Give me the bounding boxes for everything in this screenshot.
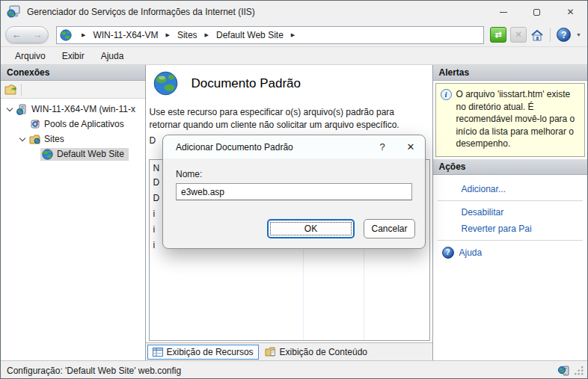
menu-bar: Arquivo Exibir Ajuda <box>1 47 587 65</box>
dialog-buttons: OK Cancelar <box>267 219 415 238</box>
toolbar-separator <box>550 28 551 42</box>
refresh-icon: ⇄ <box>494 30 501 40</box>
info-icon: i <box>441 89 452 100</box>
tree-item-label: WIN-11-X64-VM (win-11-x <box>31 104 135 114</box>
help-icon: ? <box>442 247 454 259</box>
feature-globe-icon <box>153 71 178 96</box>
menu-ajuda[interactable]: Ajuda <box>93 49 132 64</box>
minimize-icon <box>500 12 507 13</box>
actions-panel: Alertas i O arquivo 'iisstart.htm' exist… <box>432 65 587 360</box>
dialog-close-button[interactable]: ✕ <box>396 136 425 158</box>
toolbar-separator <box>21 84 22 96</box>
action-label: Ajuda <box>459 247 483 258</box>
breadcrumb-arrow-icon: ▶ <box>199 32 215 38</box>
back-button[interactable]: ← <box>12 30 22 40</box>
breadcrumb-server[interactable]: WIN-11-X64-VM <box>91 30 159 40</box>
help-dropdown-caret[interactable]: ▼ <box>576 32 581 37</box>
tab-content-view[interactable]: Exibição de Conteúdo <box>260 345 372 360</box>
name-label: Nome: <box>176 169 412 179</box>
breadcrumb-arrow-icon: ▶ <box>160 32 176 38</box>
tab-label: Exibição de Conteúdo <box>280 347 367 357</box>
action-adicionar[interactable]: Adicionar... <box>433 181 587 197</box>
add-default-document-dialog: Adicionar Documento Padrão ? ✕ Nome: OK … <box>162 135 426 249</box>
stop-icon: ✕ <box>515 30 521 40</box>
actions-divider <box>438 240 583 241</box>
view-tabs-bar: Exibição de Recursos Exibição de Conteúd… <box>146 342 432 360</box>
save-connections-button[interactable] <box>4 84 16 95</box>
actions-list: Adicionar... Desabilitar Reverter para P… <box>433 175 587 262</box>
features-view-icon <box>153 348 163 357</box>
tree-item-app-pools[interactable]: Pools de Aplicativos <box>1 117 145 132</box>
cancel-button[interactable]: Cancelar <box>364 219 415 238</box>
breadcrumb-site[interactable]: Default Web Site <box>215 30 285 40</box>
alert-message: O arquivo 'iisstart.htm' existe no diret… <box>456 88 581 150</box>
iis-manager-window: Gerenciador do Serviços de Informações d… <box>0 0 588 379</box>
nav-back-forward: ← → <box>5 26 49 43</box>
tree-item-server[interactable]: WIN-11-X64-VM (win-11-x <box>1 102 145 117</box>
title-bar: Gerenciador do Serviços de Informações d… <box>1 1 587 23</box>
action-ajuda[interactable]: ? Ajuda <box>433 244 587 262</box>
feature-description: Use este recurso para especificar o(s) a… <box>150 106 428 131</box>
maximize-button[interactable] <box>520 1 554 23</box>
actions-divider <box>438 200 583 201</box>
tree-item-default-web-site[interactable]: Default Web Site <box>1 147 145 161</box>
chevron-down-icon[interactable] <box>7 105 13 111</box>
globe-icon <box>60 29 72 41</box>
help-button[interactable]: ? <box>557 28 571 42</box>
breadcrumb-arrow-icon: ▶ <box>76 32 91 38</box>
name-input[interactable] <box>176 183 412 200</box>
feature-header: Documento Padrão <box>146 65 432 96</box>
app-icon <box>7 5 22 19</box>
close-icon: ✕ <box>566 7 574 16</box>
stop-button[interactable]: ✕ <box>510 27 527 43</box>
alerts-header: Alertas <box>433 65 587 81</box>
status-bar: Configuração: 'Default Web Site' web.con… <box>1 360 587 379</box>
connections-panel: Conexões <box>1 65 146 360</box>
action-desabilitar[interactable]: Desabilitar <box>433 204 587 221</box>
tree-item-label: Sites <box>44 134 64 144</box>
menu-arquivo[interactable]: Arquivo <box>7 49 54 64</box>
connections-tree[interactable]: WIN-11-X64-VM (win-11-x Pools de Aplicat… <box>1 99 145 360</box>
site-globe-icon <box>42 149 53 160</box>
menu-exibir[interactable]: Exibir <box>54 49 93 64</box>
resize-grip[interactable] <box>575 366 584 375</box>
server-icon <box>16 104 28 115</box>
breadcrumb-sites[interactable]: Sites <box>176 30 199 40</box>
dialog-body: Nome: <box>163 158 425 200</box>
tree-item-sites[interactable]: Sites <box>1 132 145 147</box>
server-status-icon <box>557 365 570 377</box>
breadcrumb-arrow-icon: ▶ <box>285 32 301 38</box>
ok-button[interactable]: OK <box>267 219 355 238</box>
refresh-button[interactable]: ⇄ <box>490 27 506 43</box>
selected-tree-item[interactable]: Default Web Site <box>40 148 129 161</box>
alert-box: i O arquivo 'iisstart.htm' existe no dir… <box>435 83 585 157</box>
home-button[interactable] <box>530 29 544 41</box>
status-configuration: Configuração: 'Default Web Site' web.con… <box>7 366 557 376</box>
tab-label: Exibição de Recursos <box>167 347 254 357</box>
close-button[interactable]: ✕ <box>554 1 587 23</box>
dialog-title: Adicionar Documento Padrão <box>176 142 368 152</box>
minimize-button[interactable] <box>486 1 520 23</box>
tree-item-label: Pools de Aplicativos <box>44 119 124 129</box>
connections-header: Conexões <box>1 65 145 81</box>
chevron-down-icon[interactable] <box>19 135 25 141</box>
tree-item-label: Default Web Site <box>57 149 124 159</box>
forward-button[interactable]: → <box>33 30 43 40</box>
sites-folder-icon <box>29 135 40 144</box>
page-title: Documento Padrão <box>192 76 301 91</box>
content-view-icon <box>265 347 276 357</box>
navigation-bar: ← → ▶ WIN-11-X64-VM ▶ Sites ▶ Default We… <box>1 23 587 47</box>
dialog-help-button[interactable]: ? <box>368 136 396 158</box>
tab-features-view[interactable]: Exibição de Recursos <box>147 345 259 360</box>
window-title: Gerenciador do Serviços de Informações d… <box>27 7 486 17</box>
dialog-title-bar: Adicionar Documento Padrão ? ✕ <box>163 135 425 158</box>
connections-toolbar <box>1 81 145 99</box>
action-reverter[interactable]: Reverter para Pai <box>433 221 587 237</box>
actions-header: Ações <box>433 159 587 175</box>
application-pools-icon <box>30 119 40 129</box>
address-bar[interactable]: ▶ WIN-11-X64-VM ▶ Sites ▶ Default Web Si… <box>56 26 484 44</box>
maximize-icon <box>533 9 540 16</box>
nav-tools: ⇄ ✕ ? ▼ <box>490 27 581 43</box>
